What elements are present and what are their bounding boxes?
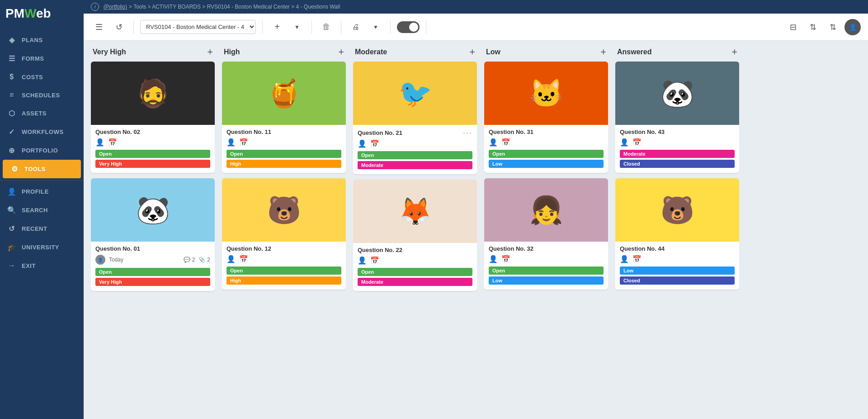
status-badge: Open — [95, 268, 210, 276]
sidebar: PMWeb ◈ PLANS ☰ FORMS $ COSTS ≡ SCHEDULE… — [0, 0, 84, 419]
costs-icon: $ — [7, 73, 16, 81]
sidebar-item-label: TOOLS — [24, 166, 46, 172]
toolbar-divider-5 — [390, 20, 391, 34]
recent-icon: ↺ — [7, 224, 16, 233]
card-title: Question No. 11 — [226, 129, 271, 135]
comment-count: 2 — [192, 257, 195, 263]
breadcrumb-portfolio[interactable]: (Portfolio) — [104, 4, 127, 10]
card-body: Question No. 44 👤 📅 Low Closed — [615, 242, 739, 290]
card[interactable]: 👧 Question No. 32 👤 📅 Open Low — [484, 178, 608, 290]
sidebar-item-tools[interactable]: ⚙ TOOLS — [3, 160, 81, 178]
undo-button[interactable]: ↺ — [111, 19, 127, 35]
sort-down-button[interactable]: ⇅ — [825, 19, 841, 35]
column-moderate: Moderate + 🐦 Question No. 21 ··· 👤 📅 Ope… — [349, 41, 481, 419]
card-body: Question No. 01 👤 Today 💬 2 📎 2 Open — [91, 242, 215, 291]
status-badge: Open — [489, 267, 604, 275]
sidebar-item-portfolio[interactable]: ⊕ PORTFOLIO — [0, 141, 84, 160]
user-icon: 👤 — [620, 255, 629, 263]
column-add-button[interactable]: + — [207, 47, 213, 57]
column-add-button[interactable]: + — [338, 47, 344, 57]
plans-icon: ◈ — [7, 36, 16, 44]
column-add-button[interactable]: + — [731, 47, 737, 57]
card-image: 🐻 — [615, 178, 739, 242]
main-content: i (Portfolio) > Tools > ACTIVITY BOARDS … — [84, 0, 868, 419]
card-body: Question No. 21 ··· 👤 📅 Open Moderate — [353, 125, 477, 174]
card-title-row: Question No. 12 — [226, 245, 341, 252]
card-title: Question No. 21 — [358, 129, 402, 136]
card-menu-dots[interactable]: ··· — [463, 129, 472, 137]
card-body: Question No. 22 👤 📅 Open Moderate — [353, 243, 477, 291]
card-body: Question No. 43 👤 📅 Moderate Closed — [615, 125, 739, 173]
delete-button[interactable]: 🗑 — [318, 19, 335, 35]
card-title-row: Question No. 32 — [489, 245, 604, 252]
calendar-icon: 📅 — [108, 138, 117, 147]
card[interactable]: 🧔 Question No. 02 👤 📅 Open Very High — [91, 62, 215, 173]
toggle-button[interactable] — [397, 21, 420, 33]
sidebar-item-profile[interactable]: 👤 PROFILE — [0, 182, 84, 201]
card-image: 🐱 — [484, 62, 608, 125]
card-meta: 👤 📅 — [489, 138, 604, 147]
sidebar-item-plans[interactable]: ◈ PLANS — [0, 31, 84, 49]
card-image: 👧 — [484, 178, 608, 242]
toolbar-divider-6 — [426, 20, 426, 34]
user-icon: 👤 — [358, 139, 367, 148]
card[interactable]: 🐻 Question No. 12 👤 📅 Open High — [222, 178, 346, 290]
card[interactable]: 🐱 Question No. 31 👤 📅 Open Low — [484, 62, 608, 173]
card[interactable]: 🐼 Question No. 43 👤 📅 Moderate Closed — [615, 62, 739, 173]
user-icon: 👤 — [226, 138, 236, 147]
exit-icon: → — [7, 262, 16, 270]
column-header: Moderate + — [353, 41, 477, 62]
column-cards: 🐱 Question No. 31 👤 📅 Open Low 👧 — [484, 62, 608, 419]
sidebar-item-university[interactable]: 🎓 UNIVERSITY — [0, 238, 84, 257]
sidebar-item-search[interactable]: 🔍 SEARCH — [0, 201, 84, 219]
sidebar-item-assets[interactable]: ⬡ ASSETS — [0, 104, 84, 123]
card-title: Question No. 43 — [620, 129, 665, 135]
sidebar-item-recent[interactable]: ↺ RECENT — [0, 219, 84, 238]
card-meta: 👤 📅 — [620, 255, 735, 263]
card-title-row: Question No. 01 — [95, 245, 210, 252]
card-image: 🐻 — [222, 178, 346, 242]
sidebar-item-label: UNIVERSITY — [22, 244, 59, 251]
add-arrow-button[interactable]: ▼ — [289, 19, 305, 35]
card-title-row: Question No. 11 — [226, 129, 341, 135]
column-answered: Answered + 🐼 Question No. 43 👤 📅 Moderat… — [612, 41, 743, 419]
list-view-button[interactable]: ☰ — [91, 19, 107, 35]
column-cards: 🐦 Question No. 21 ··· 👤 📅 Open Moderate … — [353, 62, 477, 419]
sidebar-item-forms[interactable]: ☰ FORMS — [0, 49, 84, 68]
card-image: 🍯 — [222, 62, 346, 125]
calendar-icon: 📅 — [632, 138, 642, 147]
card[interactable]: 🍯 Question No. 11 👤 📅 Open High — [222, 62, 346, 173]
card[interactable]: 🐦 Question No. 21 ··· 👤 📅 Open Moderate — [353, 62, 477, 174]
print-button[interactable]: 🖨 — [348, 19, 364, 35]
column-title: Low — [486, 48, 500, 56]
breadcrumb-bar: i (Portfolio) > Tools > ACTIVITY BOARDS … — [84, 0, 868, 14]
card[interactable]: 🦊 Question No. 22 👤 📅 Open Moderate — [353, 180, 477, 291]
sidebar-item-workflows[interactable]: ✓ WORKFLOWS — [0, 123, 84, 141]
filter-button[interactable]: ⊟ — [785, 19, 801, 35]
card[interactable]: 🐻 Question No. 44 👤 📅 Low Closed — [615, 178, 739, 290]
sidebar-nav: ◈ PLANS ☰ FORMS $ COSTS ≡ SCHEDULES ⬡ AS… — [0, 27, 84, 419]
status-badge: Open — [489, 150, 604, 158]
sort-up-button[interactable]: ⇅ — [805, 19, 821, 35]
priority-badge: Very High — [95, 278, 210, 286]
column-header: Low + — [484, 41, 608, 62]
user-avatar-button[interactable]: 👤 — [844, 19, 861, 35]
card-date: Today — [109, 257, 123, 263]
column-high: High + 🍯 Question No. 11 👤 📅 Open High — [218, 41, 349, 419]
record-selector[interactable]: RVS0104 - Boston Medical Center - 4 — [140, 20, 256, 34]
column-cards: 🧔 Question No. 02 👤 📅 Open Very High 🐼 — [91, 62, 215, 419]
column-header: High + — [222, 41, 346, 62]
add-split-button[interactable]: + — [269, 19, 285, 35]
column-add-button[interactable]: + — [600, 47, 606, 57]
nav-divider — [0, 180, 84, 181]
card[interactable]: 🐼 Question No. 01 👤 Today 💬 2 📎 2 — [91, 178, 215, 291]
sidebar-item-exit[interactable]: → EXIT — [0, 257, 84, 275]
column-add-button[interactable]: + — [469, 47, 475, 57]
sidebar-item-schedules[interactable]: ≡ SCHEDULES — [0, 86, 84, 104]
sidebar-item-label: ASSETS — [22, 110, 47, 117]
info-icon[interactable]: i — [91, 3, 99, 11]
print-arrow-button[interactable]: ▼ — [368, 19, 384, 35]
sidebar-item-label: RECENT — [22, 225, 47, 232]
sidebar-item-costs[interactable]: $ COSTS — [0, 68, 84, 86]
calendar-icon: 📅 — [239, 138, 248, 147]
